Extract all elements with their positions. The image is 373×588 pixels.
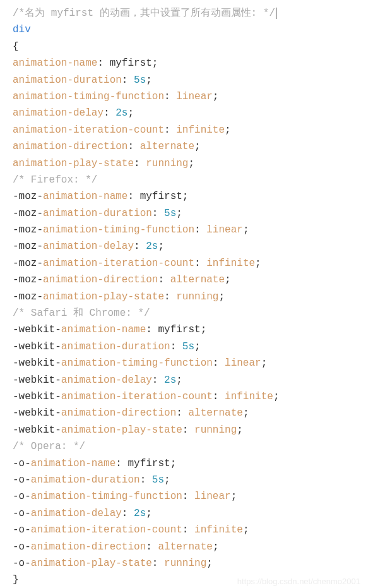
- semicolon: ;: [182, 191, 189, 202]
- code-line: -moz-animation-iteration-count: infinite…: [13, 255, 360, 272]
- code-comment-opera: /* Opera: */: [13, 438, 360, 455]
- css-property: animation-play-state: [31, 558, 152, 569]
- css-value: alternate: [158, 541, 212, 553]
- semicolon: ;: [170, 458, 177, 469]
- code-line: -o-animation-play-state: running;: [13, 555, 360, 572]
- code-comment-top: /*名为 myfirst 的动画，其中设置了所有动画属性: */: [13, 5, 360, 21]
- colon: :: [164, 291, 176, 303]
- css-prefix: -o-: [13, 491, 31, 502]
- code-line: -o-animation-direction: alternate;: [13, 539, 360, 555]
- colon: :: [213, 357, 225, 369]
- semicolon: ;: [231, 491, 237, 502]
- code-line: -moz-animation-delay: 2s;: [13, 238, 360, 255]
- code-line: -o-animation-delay: 2s;: [13, 505, 360, 522]
- colon: :: [194, 258, 206, 269]
- css-value: 2s: [164, 375, 176, 386]
- selector: div: [13, 24, 31, 35]
- css-prefix: -o-: [13, 558, 31, 569]
- semicolon: ;: [218, 291, 225, 303]
- colon: :: [194, 224, 206, 236]
- css-value: infinite: [194, 524, 243, 536]
- css-value: infinite: [176, 124, 225, 136]
- css-value: 5s: [182, 341, 194, 352]
- css-prefix: -o-: [13, 524, 31, 536]
- colon: :: [134, 241, 146, 252]
- css-property: animation-timing-function: [43, 224, 194, 236]
- css-property: animation-duration: [13, 75, 122, 86]
- css-property: animation-duration: [61, 341, 170, 352]
- semicolon: ;: [273, 391, 280, 402]
- code-line: -moz-animation-timing-function: linear;: [13, 222, 360, 238]
- code-line: -o-animation-duration: 5s;: [13, 472, 360, 488]
- code-line: animation-delay: 2s;: [13, 105, 360, 121]
- semicolon: ;: [158, 241, 164, 252]
- semicolon: ;: [255, 258, 261, 269]
- css-property: animation-iteration-count: [43, 258, 194, 269]
- css-prefix: -webkit-: [13, 324, 61, 335]
- brace-close: }: [13, 574, 19, 585]
- css-property: animation-delay: [13, 107, 104, 119]
- css-prefix: -moz-: [13, 224, 43, 236]
- css-property: animation-play-state: [13, 158, 134, 169]
- colon: :: [146, 541, 158, 553]
- css-value: linear: [194, 491, 231, 502]
- colon: :: [182, 491, 194, 502]
- colon: :: [176, 407, 188, 419]
- code-line: -o-animation-name: myfirst;: [13, 455, 360, 472]
- colon: :: [213, 391, 225, 402]
- css-prefix: -moz-: [13, 274, 43, 285]
- colon: :: [164, 124, 176, 136]
- code-line: -webkit-animation-name: myfirst;: [13, 321, 360, 338]
- css-value: linear: [206, 224, 243, 236]
- css-prefix: -webkit-: [13, 375, 61, 386]
- colon: :: [146, 324, 158, 335]
- watermark-text: https://blog.csdn.net/chenmo2001: [237, 575, 360, 588]
- colon: :: [182, 424, 194, 436]
- colon: :: [140, 474, 152, 486]
- colon: :: [182, 524, 194, 536]
- css-property: animation-iteration-count: [13, 124, 164, 136]
- colon: :: [152, 558, 164, 569]
- comment-text: /* Safari 和 Chrome: */: [13, 308, 150, 319]
- semicolon: ;: [176, 375, 182, 386]
- css-property: animation-timing-function: [13, 91, 164, 102]
- semicolon: ;: [146, 508, 152, 519]
- semicolon: ;: [188, 158, 194, 169]
- css-value: infinite: [225, 391, 273, 402]
- css-property: animation-name: [61, 324, 146, 335]
- css-property: animation-play-state: [43, 291, 164, 303]
- code-line: animation-name: myfirst;: [13, 55, 360, 71]
- code-line: -webkit-animation-timing-function: linea…: [13, 355, 360, 371]
- css-value: myfirst: [140, 191, 182, 202]
- css-prefix: -o-: [13, 474, 31, 486]
- colon: :: [127, 191, 139, 202]
- css-prefix: -moz-: [13, 291, 43, 303]
- css-value: myfirst: [158, 324, 200, 335]
- semicolon: ;: [213, 91, 219, 102]
- code-comment-firefox: /* Firefox: */: [13, 172, 360, 188]
- css-value: running: [164, 558, 206, 569]
- semicolon: ;: [243, 224, 249, 236]
- css-value: running: [194, 424, 237, 436]
- css-value: linear: [225, 357, 261, 369]
- css-property: animation-name: [31, 458, 115, 469]
- semicolon: ;: [213, 541, 219, 553]
- css-value: alternate: [188, 407, 242, 419]
- semicolon: ;: [237, 424, 243, 436]
- code-selector-line: div: [13, 21, 360, 38]
- css-prefix: -o-: [13, 508, 31, 519]
- css-value: running: [146, 158, 188, 169]
- css-property: animation-duration: [43, 208, 152, 219]
- semicolon: ;: [261, 357, 268, 369]
- semicolon: ;: [243, 524, 249, 536]
- css-prefix: -moz-: [13, 208, 43, 219]
- code-line: -webkit-animation-iteration-count: infin…: [13, 388, 360, 405]
- colon: :: [115, 458, 127, 469]
- semicolon: ;: [164, 474, 170, 486]
- css-prefix: -moz-: [13, 258, 43, 269]
- css-prefix: -webkit-: [13, 407, 61, 419]
- comment-text: /* Opera: */: [13, 441, 85, 452]
- semicolon: ;: [225, 274, 231, 285]
- css-property: animation-timing-function: [61, 357, 213, 369]
- code-line: -moz-animation-name: myfirst;: [13, 188, 360, 205]
